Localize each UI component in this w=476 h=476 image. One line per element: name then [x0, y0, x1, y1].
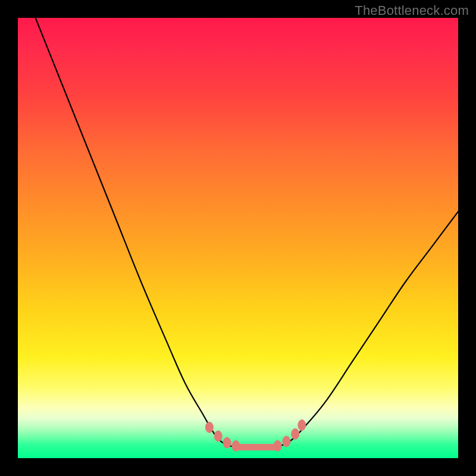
- curve-marker: [232, 440, 240, 451]
- plot-area: [18, 18, 458, 458]
- chart-frame: TheBottleneck.com: [0, 0, 476, 476]
- curve-marker: [292, 428, 299, 439]
- curve-marker: [214, 431, 222, 441]
- curve-right-arm: [278, 212, 458, 447]
- watermark-text: TheBottleneck.com: [355, 3, 469, 18]
- curve-marker: [205, 422, 213, 433]
- curve-marker: [283, 436, 290, 447]
- curve-marker: [274, 440, 281, 451]
- curve-left-arm: [36, 18, 238, 447]
- curve-marker: [298, 420, 306, 431]
- curve-layer: [18, 18, 458, 458]
- curve-marker: [223, 437, 231, 448]
